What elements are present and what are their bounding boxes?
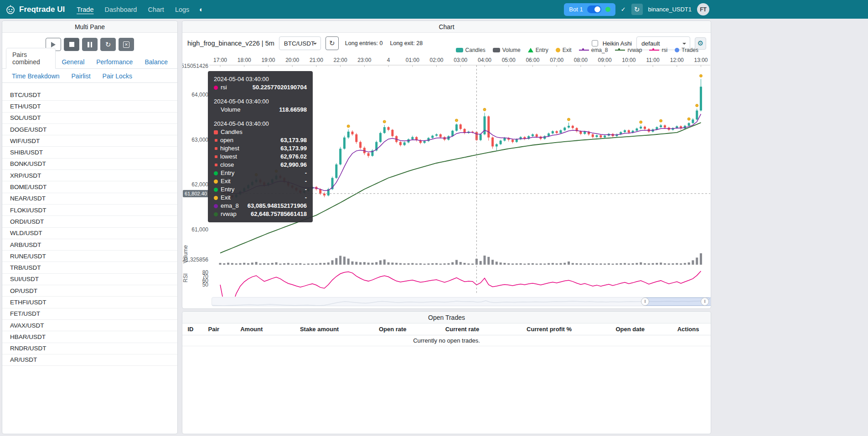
nav-link-logs[interactable]: Logs [175,6,189,13]
tab-performance[interactable]: Performance [90,56,139,68]
user-avatar[interactable]: FT [697,3,709,15]
pair-list-item[interactable]: OP/USDT [2,285,177,297]
legend-item-volume[interactable]: Volume [493,47,521,53]
pair-list-item[interactable]: BONK/USDT [2,159,177,170]
svg-text:13:00: 13:00 [694,57,708,63]
pair-list-item[interactable]: BOME/USDT [2,181,177,193]
open-trades-panel: Open Trades IDPairAmountStake amountOpen… [182,311,711,434]
multi-pane-panel: Multi Pane ↻✕ Pairs combinedGeneralPerfo… [2,21,178,434]
column-header-actions: Actions [666,323,711,335]
tab-general[interactable]: General [56,56,90,68]
pair-list: BTC/USDTETH/USDTSOL/USDTDOGE/USDTWIF/USD… [2,83,177,366]
cancel-bot-button[interactable]: ✕ [119,38,134,51]
rsi-legend-icon [649,50,659,51]
bot-online-dot [605,7,610,12]
pair-list-item[interactable]: NEAR/USDT [2,193,177,205]
column-header-current-profit--: Current profit % [504,323,595,335]
exit-legend-icon [556,48,560,52]
legend-item-exit[interactable]: Exit [556,47,572,53]
pair-list-item[interactable]: SHIB/USDT [2,147,177,158]
legend-item-trades[interactable]: Trades [675,47,698,53]
tab-pair-locks[interactable]: Pair Locks [97,70,138,82]
column-header-amount: Amount [229,323,274,335]
chart-panel-title: Chart [182,21,711,33]
svg-text:50: 50 [202,282,209,288]
bot-selector-chip[interactable]: Bot 1 [564,3,615,16]
pair-list-item[interactable]: AR/USDT [2,354,177,366]
nav-link-dashboard[interactable]: Dashboard [104,6,137,13]
pair-list-item[interactable]: FLOKI/USDT [2,205,177,216]
svg-text:03:00: 03:00 [454,57,467,63]
reload-bot-button[interactable]: ↻ [100,38,116,51]
pair-list-item[interactable]: BTC/USDT [2,89,177,101]
svg-text:12:00: 12:00 [670,57,684,63]
pair-list-item[interactable]: WLD/USDT [2,228,177,239]
svg-text:RSI: RSI [182,273,189,282]
tab-pairs-combined[interactable]: Pairs combined [6,48,56,69]
pair-list-item[interactable]: ETHFI/USDT [2,297,177,308]
legend-item-entry[interactable]: Entry [528,47,548,53]
theme-toggle-icon[interactable]: ◐ [199,5,203,13]
tab-pairlist[interactable]: Pairlist [66,70,97,82]
pair-list-item[interactable]: SUI/USDT [2,274,177,285]
svg-text:Volume: Volume [182,245,189,263]
pair-list-item[interactable]: TRB/USDT [2,262,177,273]
bot-toggle-switch[interactable] [587,5,601,13]
pair-list-item[interactable]: ORDI/USDT [2,216,177,227]
pair-list-item[interactable]: ETH/USDT [2,101,177,112]
bot-connected-check-icon: ✓ [621,6,626,13]
zoom-slider-right-handle[interactable]: ‖ [701,298,709,306]
svg-text:09:00: 09:00 [598,57,612,63]
pair-list-item[interactable]: HBAR/USDT [2,331,177,343]
svg-text:62,000: 62,000 [191,181,208,188]
nav-link-chart[interactable]: Chart [148,6,164,13]
column-header-stake-amount: Stake amount [274,323,365,335]
legend-item-rvwap[interactable]: rvwap [615,47,642,53]
zoom-slider-left-handle[interactable]: ‖ [641,298,649,306]
pair-list-item[interactable]: XRP/USDT [2,170,177,181]
svg-text:01:00: 01:00 [406,57,419,63]
pair-list-item[interactable]: SOL/USDT [2,113,177,124]
tab-time-breakdown[interactable]: Time Breakdown [6,70,66,82]
freqtrade-logo-icon [5,5,16,15]
pair-list-item[interactable]: RNDR/USDT [2,343,177,354]
legend-item-candles[interactable]: Candles [456,47,486,53]
entry-legend-icon [528,48,533,52]
legend-item-rsi[interactable]: rsi [649,47,667,53]
reload-icon: ↻ [105,41,111,48]
nav-link-trade[interactable]: Trade [77,6,93,13]
column-header-id: ID [182,323,199,335]
pause-bot-button[interactable] [82,38,98,51]
heikin-ashi-checkbox[interactable] [592,40,598,46]
stop-bot-button[interactable] [64,38,79,51]
legend-item-ema_8[interactable]: ema_8 [579,47,608,53]
svg-text:515051426: 515051426 [182,63,208,69]
column-header-open-rate: Open rate [364,323,421,335]
ema_8-legend-icon [579,50,589,51]
svg-text:06:00: 06:00 [526,57,539,63]
stop-icon [69,42,74,47]
svg-text:23:00: 23:00 [357,57,371,63]
svg-text:21:00: 21:00 [310,57,323,63]
open-trades-empty-message: Currently no open trades. [182,335,711,346]
svg-text:4: 4 [387,57,390,63]
column-header-current-rate: Current rate [421,323,504,335]
nav-links: TradeDashboardChartLogs [77,6,189,13]
svg-text:63,000: 63,000 [191,137,208,143]
account-name: binance_USDT1 [648,6,692,13]
svg-text:04:00: 04:00 [478,57,491,63]
zoom-slider[interactable]: ‖ ‖ [212,297,710,306]
cancel-icon: ✕ [123,41,129,48]
pair-list-item[interactable]: FET/USDT [2,308,177,320]
svg-text:19:00: 19:00 [261,57,275,63]
svg-text:10:00: 10:00 [622,57,636,63]
heikin-ashi-label: Heikin Ashi [603,40,632,47]
pair-list-item[interactable]: DOGE/USDT [2,124,177,135]
pause-icon [88,42,89,47]
pair-list-item[interactable]: RUNE/USDT [2,251,177,262]
tab-balance[interactable]: Balance [139,56,174,68]
pair-list-item[interactable]: ARB/USDT [2,239,177,251]
pair-list-item[interactable]: AVAX/USDT [2,320,177,331]
reload-bot-button[interactable]: ↻ [631,4,643,15]
pair-list-item[interactable]: WIF/USDT [2,135,177,147]
